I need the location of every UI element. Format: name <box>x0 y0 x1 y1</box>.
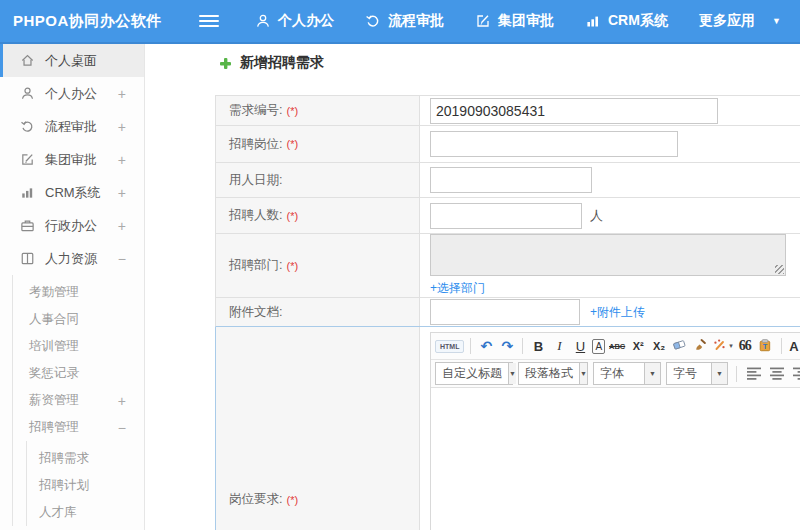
field-value-cell <box>420 96 800 125</box>
toolbar-separator <box>781 338 782 354</box>
superscript-button[interactable]: X² <box>629 336 647 356</box>
attachment-upload-link[interactable]: +附件上传 <box>590 304 645 321</box>
sidebar-item[interactable]: 招聘需求 <box>27 445 144 472</box>
eraser-icon[interactable] <box>671 336 689 356</box>
top-nav-label: 流程审批 <box>388 12 444 30</box>
expand-plus-icon: + <box>118 218 126 234</box>
autotypeset-icon[interactable]: ▾ <box>713 336 733 356</box>
edit-icon <box>20 152 35 167</box>
sidebar-menu: 个人桌面个人办公+流程审批+集团审批+CRM系统+行政办公+人力资源−考勤管理人… <box>0 44 145 530</box>
sidebar-item-label: 人力资源 <box>45 250 97 268</box>
field-label: 招聘岗位: <box>229 136 282 153</box>
align-right-button[interactable] <box>791 366 800 381</box>
toolbar-glyph: ↷ <box>502 338 514 354</box>
sidebar-item-label: 考勤管理 <box>29 284 79 301</box>
home-icon <box>20 53 35 68</box>
field-label-cell: 岗位要求:(*) <box>216 327 420 530</box>
field-label-cell: 招聘人数:(*) <box>216 198 420 233</box>
menu-toggle-icon[interactable] <box>199 15 219 27</box>
paste-plain-icon[interactable]: T <box>757 336 775 356</box>
sidebar-item[interactable]: 行政办公+ <box>0 209 144 242</box>
expand-plus-icon: + <box>118 185 126 201</box>
sidebar-item[interactable]: 考勤管理 <box>13 279 144 306</box>
user-icon <box>20 86 35 101</box>
blockquote-button[interactable]: 66 <box>736 336 754 356</box>
toolbar-glyph: B <box>534 339 543 354</box>
sidebar-item-label: 集团审批 <box>45 151 97 169</box>
toolbar-glyph: HTML <box>440 343 459 350</box>
field-label-cell: 附件文档: <box>216 298 420 326</box>
edit-icon <box>475 13 491 29</box>
sidebar-item[interactable]: 招聘管理− <box>13 414 144 441</box>
source-code-button[interactable]: HTML <box>435 340 464 353</box>
text-input[interactable] <box>430 299 580 325</box>
top-nav-item[interactable]: 流程审批 <box>359 8 450 34</box>
toolbar-glyph: A <box>789 339 798 354</box>
font-border-button[interactable]: A <box>592 339 605 354</box>
underline-button[interactable]: U <box>571 336 589 356</box>
sidebar-item[interactable]: 奖惩记录 <box>13 360 144 387</box>
chart-icon <box>585 13 601 29</box>
sidebar-item-label: 培训管理 <box>29 338 79 355</box>
top-nav-item[interactable]: 集团审批 <box>469 8 560 34</box>
sidebar-item[interactable]: 人事合同 <box>13 306 144 333</box>
editor-toolbar-row2: 自定义标题▼段落格式▼字体▼字号▼ <box>431 360 800 387</box>
sidebar-item[interactable]: CRM系统+ <box>0 176 144 209</box>
italic-button[interactable]: I <box>550 336 568 356</box>
top-nav-item[interactable]: 更多应用▼ <box>693 8 787 34</box>
required-mark: (*) <box>286 138 298 150</box>
toolbar-glyph: ABC <box>609 342 625 351</box>
font-family-select[interactable]: 字体▼ <box>593 362 661 385</box>
align-left-button[interactable] <box>745 366 763 381</box>
align-center-button[interactable] <box>768 366 786 381</box>
sidebar-item-label: 奖惩记录 <box>29 365 79 382</box>
sidebar-item[interactable]: 流程审批+ <box>0 110 144 143</box>
sidebar-item[interactable]: 培训管理 <box>13 333 144 360</box>
app-logo: PHPOA协同办公软件 <box>0 12 185 31</box>
sidebar-item[interactable]: 人才库 <box>27 499 144 526</box>
sidebar-item[interactable]: 个人桌面 <box>0 44 144 77</box>
workflow-icon <box>20 119 35 134</box>
sidebar-item[interactable]: 个人办公+ <box>0 77 144 110</box>
subscript-button[interactable]: X₂ <box>650 336 668 356</box>
rich-text-editor: HTML↶↷BIUAABCX²X₂▾66TA▾a自定义标题▼段落格式▼字体▼字号… <box>430 332 800 530</box>
form-row: 招聘人数:(*)人 <box>215 198 800 234</box>
text-input[interactable] <box>430 167 592 193</box>
paragraph-format-select[interactable]: 段落格式▼ <box>518 362 588 385</box>
sidebar-item[interactable]: 招聘计划 <box>27 472 144 499</box>
top-nav-label: CRM系统 <box>608 12 668 30</box>
sidebar-item-label: 人事合同 <box>29 311 79 328</box>
top-nav-label: 更多应用 <box>699 12 755 30</box>
undo-icon[interactable]: ↶ <box>477 336 495 356</box>
form-row: 招聘部门:(*)+选择部门 <box>215 234 800 298</box>
editor-content-area[interactable] <box>431 387 800 530</box>
text-input[interactable] <box>430 203 582 229</box>
chart-icon <box>20 185 35 200</box>
field-value-cell <box>420 163 800 197</box>
font-size-select[interactable]: 字号▼ <box>666 362 728 385</box>
form-row: 招聘岗位:(*) <box>215 126 800 163</box>
top-nav-item[interactable]: CRM系统 <box>579 8 674 34</box>
bold-button[interactable]: B <box>529 336 547 356</box>
field-value-cell: 人 <box>420 198 800 233</box>
phpoa-app: { "header": { "logo": "PHPOA协同办公软件", "na… <box>0 0 800 530</box>
sidebar-item[interactable]: 集团审批+ <box>0 143 144 176</box>
select-department-link[interactable]: +选择部门 <box>430 280 485 297</box>
field-label: 用人日期: <box>229 172 282 189</box>
caret-down-icon: ▼ <box>579 363 587 384</box>
top-nav-item[interactable]: 个人办公 <box>249 8 340 34</box>
department-textarea[interactable] <box>430 234 786 276</box>
svg-text:T: T <box>762 342 767 351</box>
format-brush-icon[interactable] <box>692 336 710 356</box>
text-input[interactable] <box>430 131 678 157</box>
sidebar-item[interactable]: 人力资源− <box>0 242 144 275</box>
custom-title-select[interactable]: 自定义标题▼ <box>435 362 513 385</box>
font-color-button[interactable]: A▾ <box>788 336 800 356</box>
text-input[interactable] <box>430 98 718 124</box>
sidebar-item[interactable]: 薪资管理+ <box>13 387 144 414</box>
eraser-icon <box>673 339 687 353</box>
strikethrough-button[interactable]: ABC <box>608 336 626 356</box>
form-row: 需求编号:(*) <box>215 96 800 126</box>
redo-icon[interactable]: ↷ <box>498 336 516 356</box>
field-label-cell: 用人日期: <box>216 163 420 197</box>
